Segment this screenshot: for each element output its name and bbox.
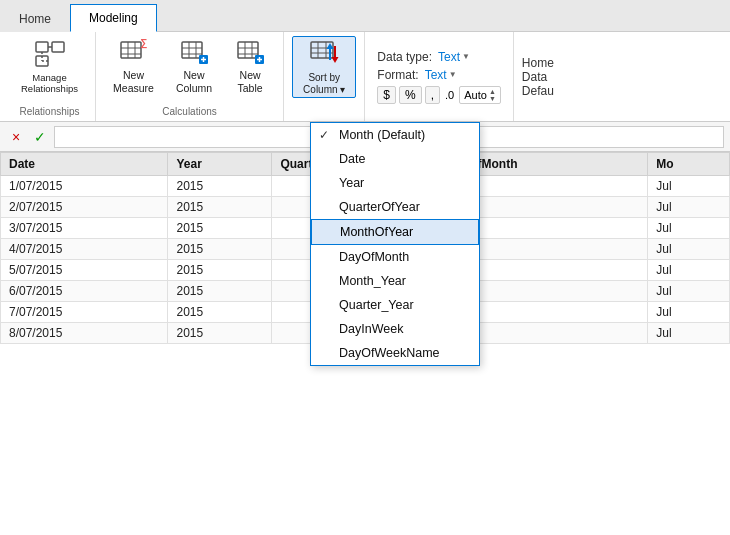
table-cell: Jul: [648, 302, 730, 323]
manage-relationships-icon: [34, 38, 66, 70]
dropdown-item-monthofyear[interactable]: MonthOfYear: [311, 219, 479, 245]
table-cell: 2015: [168, 218, 272, 239]
new-table-button[interactable]: NewTable: [225, 36, 275, 96]
tab-modeling[interactable]: Modeling: [70, 4, 157, 32]
dropdown-item-dayinweek[interactable]: DayInWeek: [311, 317, 479, 341]
new-column-icon: [178, 37, 210, 67]
new-table-label: NewTable: [238, 69, 263, 94]
table-cell: 2015: [168, 239, 272, 260]
dropdown-item-month-year[interactable]: Month_Year: [311, 269, 479, 293]
format-row: Format: Text ▼: [377, 68, 500, 82]
new-measure-icon: ∑: [117, 37, 149, 67]
format-dropdown[interactable]: Text ▼: [425, 68, 457, 82]
svg-rect-12: [182, 42, 202, 58]
svg-rect-1: [52, 42, 64, 52]
table-cell: 4/07/2015: [1, 239, 168, 260]
table-cell: 2015: [168, 302, 272, 323]
default-right-label: Defau: [522, 84, 554, 98]
sort-by-column-label: Sort byColumn ▾: [303, 72, 345, 96]
manage-relationships-label: ManageRelationships: [21, 72, 78, 95]
format-arrow-icon: ▼: [449, 70, 457, 79]
percent-button[interactable]: %: [399, 86, 422, 104]
dropdown-item-dayofmonth[interactable]: DayOfMonth: [311, 245, 479, 269]
ribbon-group-calculations: ∑ NewMeasure: [96, 32, 284, 121]
new-table-icon: [234, 37, 266, 67]
svg-marker-34: [332, 57, 339, 63]
right-labels: Home Data Defau: [514, 32, 562, 121]
table-cell: 1/07/2015: [1, 176, 168, 197]
table-cell: 8/07/2015: [1, 323, 168, 344]
table-cell: 2/07/2015: [1, 197, 168, 218]
auto-value: Auto: [464, 89, 487, 101]
table-cell: 2015: [168, 281, 272, 302]
dropdown-item-dayofweekname[interactable]: DayOfWeekName: [311, 341, 479, 365]
table-cell: Jul: [648, 323, 730, 344]
table-cell: 2015: [168, 197, 272, 218]
dropdown-item-quarterofyear[interactable]: QuarterOfYear: [311, 195, 479, 219]
spin-up-button[interactable]: ▲: [489, 88, 496, 95]
sort-by-column-button[interactable]: Sort byColumn ▾: [292, 36, 356, 98]
table-cell: 5/07/2015: [1, 260, 168, 281]
auto-box: Auto ▲ ▼: [459, 86, 501, 104]
ribbon-group-sort: Sort byColumn ▾: [284, 32, 365, 121]
col-header-year[interactable]: Year: [168, 153, 272, 176]
sort-by-column-icon: [308, 38, 340, 70]
home-right-label: Home: [522, 56, 554, 70]
relationships-group-label: Relationships: [20, 104, 80, 117]
comma-button[interactable]: ,: [425, 86, 440, 104]
table-cell: 2015: [168, 323, 272, 344]
tab-bar: Home Modeling: [0, 0, 730, 32]
table-cell: 2015: [168, 176, 272, 197]
table-cell: Jul: [648, 281, 730, 302]
table-cell: Jul: [648, 218, 730, 239]
format-buttons-row: $ % , .0 Auto ▲ ▼: [377, 86, 500, 104]
calculations-group-label: Calculations: [162, 104, 216, 117]
tab-home[interactable]: Home: [0, 4, 70, 32]
col-header-date[interactable]: Date: [1, 153, 168, 176]
new-measure-label: NewMeasure: [113, 69, 154, 94]
decimal-label: .0: [445, 89, 454, 101]
formula-close-icon[interactable]: ×: [6, 127, 26, 147]
currency-button[interactable]: $: [377, 86, 396, 104]
dropdown-item-date[interactable]: Date: [311, 147, 479, 171]
ribbon-group-relationships: ManageRelationships Relationships: [4, 32, 96, 121]
dropdown-item-month-default[interactable]: Month (Default): [311, 123, 479, 147]
formula-check-icon[interactable]: ✓: [30, 127, 50, 147]
svg-text:∑: ∑: [140, 37, 147, 49]
table-cell: 7/07/2015: [1, 302, 168, 323]
table-cell: Jul: [648, 176, 730, 197]
new-column-label: NewColumn: [176, 69, 212, 94]
dropdown-item-quarter-year[interactable]: Quarter_Year: [311, 293, 479, 317]
data-type-arrow-icon: ▼: [462, 52, 470, 61]
ribbon-properties: Data type: Text ▼ Format: Text ▼ $ % , .…: [365, 32, 513, 121]
sort-dropdown-menu: Month (Default) Date Year QuarterOfYear …: [310, 122, 480, 366]
svg-rect-6: [121, 42, 141, 58]
auto-spinner[interactable]: ▲ ▼: [489, 88, 496, 102]
svg-rect-20: [238, 42, 258, 58]
svg-rect-0: [36, 42, 48, 52]
data-type-row: Data type: Text ▼: [377, 50, 500, 64]
manage-relationships-button[interactable]: ManageRelationships: [12, 36, 87, 96]
table-cell: Jul: [648, 197, 730, 218]
data-right-label: Data: [522, 70, 554, 84]
table-cell: Jul: [648, 239, 730, 260]
table-cell: 6/07/2015: [1, 281, 168, 302]
new-column-button[interactable]: NewColumn: [167, 36, 221, 96]
dropdown-item-year[interactable]: Year: [311, 171, 479, 195]
ribbon: ManageRelationships Relationships ∑: [0, 32, 730, 122]
table-cell: 3/07/2015: [1, 218, 168, 239]
data-type-dropdown[interactable]: Text ▼: [438, 50, 470, 64]
new-measure-button[interactable]: ∑ NewMeasure: [104, 36, 163, 96]
table-cell: 2015: [168, 260, 272, 281]
col-header-mo[interactable]: Mo: [648, 153, 730, 176]
data-type-label: Data type:: [377, 50, 432, 64]
spin-down-button[interactable]: ▼: [489, 95, 496, 102]
format-label: Format:: [377, 68, 418, 82]
table-cell: Jul: [648, 260, 730, 281]
